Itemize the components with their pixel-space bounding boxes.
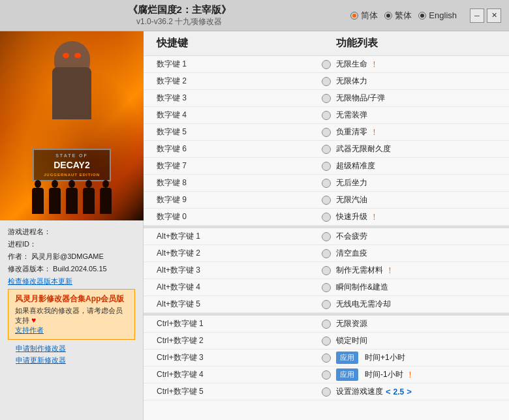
language-controls: 简体 繁体 English ─ ✕ [350, 8, 501, 23]
lang-simplified-label: 简体 [361, 10, 378, 22]
toggle-button[interactable] [322, 353, 331, 363]
table-row: Alt+数字键 3制作无需材料！ [144, 262, 509, 279]
feature-name: 武器无限耐久度 [336, 143, 496, 155]
feature-text: 不会疲劳 [336, 231, 367, 242]
state-of-text: STATE OF [39, 153, 104, 159]
toggle-button[interactable] [322, 300, 331, 309]
table-row: 数字键 5负重清零！ [144, 124, 509, 141]
silhouette-4 [83, 188, 95, 214]
silhouette-row [0, 188, 144, 214]
feature-name: 瞬间制作&建造 [336, 282, 496, 293]
table-row: Ctrl+数字键 1无限资源 [144, 316, 509, 333]
process-id-label: 进程ID： [8, 240, 37, 248]
toggle-button[interactable] [322, 128, 331, 137]
toggle-button[interactable] [322, 179, 331, 188]
apply-button[interactable]: 应用 [336, 368, 358, 381]
toggle-button[interactable] [322, 213, 331, 222]
toggle-button[interactable] [322, 60, 331, 69]
warning-icon: ！ [370, 211, 378, 223]
warning-icon: ！ [370, 127, 378, 138]
app-subtitle: v1.0-v36.2 十九项修改器 [8, 16, 350, 27]
feature-name: 快速升级！ [336, 211, 496, 223]
close-button[interactable]: ✕ [487, 8, 501, 23]
lang-traditional[interactable]: 繁体 [384, 10, 412, 22]
feature-name: 超级精准度 [336, 160, 496, 172]
toggle-button[interactable] [322, 249, 331, 258]
toggle-button[interactable] [322, 337, 331, 346]
toggle-button[interactable] [322, 162, 331, 171]
toggle-button[interactable] [322, 266, 331, 275]
request-update-link[interactable]: 申请更新修改器 [16, 355, 127, 365]
feature-text: 瞬间制作&建造 [336, 282, 388, 293]
lang-english[interactable]: English [418, 10, 457, 20]
speed-decrease-button[interactable]: < [386, 387, 391, 397]
feature-text: 武器无限耐久度 [336, 143, 391, 155]
zombie-eye-left [63, 53, 69, 58]
info-section: 游戏进程名： 进程ID： 作者： 风灵月影@3DMGAME 修改器版本： Bui… [0, 220, 143, 420]
zombie-figure [46, 41, 98, 126]
hotkey-key: Ctrl+数字键 3 [157, 352, 316, 363]
feature-name: 锁定时间 [336, 335, 496, 346]
version-value: Build.2024.05.15 [53, 265, 107, 273]
process-name-label: 游戏进程名： [8, 228, 51, 235]
support-author-link[interactable]: 支持作者 [15, 326, 44, 334]
table-row: 数字键 1无限生命！ [144, 56, 509, 73]
hotkey-key: Ctrl+数字键 4 [157, 369, 316, 380]
toggle-button[interactable] [322, 232, 331, 241]
feature-name: 制作无需材料！ [336, 265, 496, 277]
feature-text: 无需装弹 [336, 110, 367, 121]
warning-icon: ！ [370, 59, 378, 70]
author-name: 风灵月影@3DMGAME [31, 252, 104, 260]
toggle-button[interactable] [322, 145, 331, 154]
key-column-header: 快捷键 [157, 37, 316, 50]
left-panel: STATE OF DECAY2 JUGGERNAUT EDITION [0, 31, 144, 420]
toggle-button[interactable] [322, 283, 331, 292]
window-buttons: ─ ✕ [470, 8, 501, 23]
lang-english-label: English [429, 10, 457, 20]
feature-text: 负重清零 [336, 127, 367, 138]
feature-text: 快速升级 [336, 211, 367, 222]
toggle-button[interactable] [322, 320, 331, 329]
feature-name: 设置游戏速度 <2.5> [336, 386, 496, 397]
hotkey-key: Alt+数字键 3 [157, 265, 316, 276]
toggle-button[interactable] [322, 370, 331, 380]
heart-icon: ♥ [31, 316, 36, 325]
toggle-button[interactable] [322, 196, 331, 205]
feature-text: 无限汽油 [336, 194, 367, 205]
silhouette-1 [32, 188, 44, 214]
minimize-button[interactable]: ─ [470, 8, 484, 23]
feature-name: 无线电无需冷却 [336, 299, 496, 310]
hotkey-key: 数字键 2 [157, 76, 316, 87]
process-name-row: 游戏进程名： [8, 227, 135, 237]
lang-simplified[interactable]: 简体 [350, 10, 378, 22]
toggle-button[interactable] [322, 387, 331, 397]
hotkey-key: 数字键 0 [157, 211, 316, 222]
apply-button[interactable]: 应用 [336, 352, 358, 364]
check-update-link[interactable]: 检查修改器版本更新 [8, 277, 135, 286]
game-logo-text: STATE OF DECAY2 JUGGERNAUT EDITION [33, 149, 111, 181]
request-trainer-link[interactable]: 申请制作修改器 [16, 344, 127, 353]
hotkey-key: 数字键 7 [157, 160, 316, 172]
main-content: STATE OF DECAY2 JUGGERNAUT EDITION [0, 31, 509, 420]
table-row: Alt+数字键 1不会疲劳 [144, 228, 509, 245]
promo-section: 风灵月影修改器合集App会员版 如果喜欢我的修改器，请考虑会员支持 ♥ 支持作者 [8, 289, 135, 340]
speed-increase-button[interactable]: > [407, 387, 412, 397]
zombie-eye-right [74, 53, 81, 58]
hotkey-key: Alt+数字键 5 [157, 299, 316, 310]
promo-app-link[interactable]: 风灵月影修改器合集App会员版 [15, 293, 128, 305]
feature-text: 无限生命 [336, 59, 367, 70]
hotkey-key: 数字键 8 [157, 177, 316, 188]
feature-name: 无后坐力 [336, 177, 496, 188]
radio-simplified [350, 12, 358, 20]
version-row: 修改器版本： Build.2024.05.15 [8, 264, 135, 274]
toggle-button[interactable] [322, 111, 331, 120]
feature-text: 锁定时间 [336, 335, 367, 346]
feature-name: 清空血疫 [336, 248, 496, 259]
hotkey-key: 数字键 1 [157, 59, 316, 70]
feature-name: 无限汽油 [336, 194, 496, 205]
feature-text: 无线电无需冷却 [336, 299, 391, 310]
toggle-button[interactable] [322, 94, 331, 103]
hotkey-key: 数字键 6 [157, 143, 316, 155]
radio-traditional [384, 12, 392, 20]
toggle-button[interactable] [322, 77, 331, 86]
